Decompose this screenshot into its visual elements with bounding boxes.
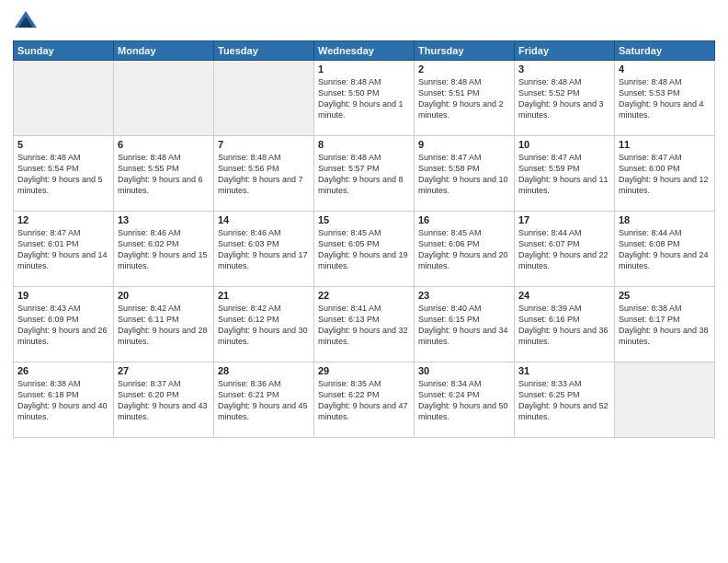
day-info: Sunrise: 8:48 AM Sunset: 5:56 PM Dayligh… [218,152,310,197]
table-row: 10Sunrise: 8:47 AM Sunset: 5:59 PM Dayli… [515,136,615,212]
day-number: 7 [218,139,310,150]
header-row: Sunday Monday Tuesday Wednesday Thursday… [14,41,715,61]
week-row-3: 12Sunrise: 8:47 AM Sunset: 6:01 PM Dayli… [14,212,715,287]
day-info: Sunrise: 8:47 AM Sunset: 6:01 PM Dayligh… [17,227,109,272]
day-info: Sunrise: 8:42 AM Sunset: 6:12 PM Dayligh… [218,303,310,348]
col-wednesday: Wednesday [314,41,415,61]
table-row [615,362,715,438]
table-row: 9Sunrise: 8:47 AM Sunset: 5:58 PM Daylig… [415,136,515,212]
day-info: Sunrise: 8:47 AM Sunset: 5:58 PM Dayligh… [418,152,510,197]
table-row: 2Sunrise: 8:48 AM Sunset: 5:51 PM Daylig… [415,61,515,136]
day-info: Sunrise: 8:41 AM Sunset: 6:13 PM Dayligh… [318,303,410,348]
day-info: Sunrise: 8:33 AM Sunset: 6:25 PM Dayligh… [518,378,610,423]
table-row: 20Sunrise: 8:42 AM Sunset: 6:11 PM Dayli… [114,287,214,362]
table-row: 14Sunrise: 8:46 AM Sunset: 6:03 PM Dayli… [214,212,314,287]
table-row [214,61,314,136]
table-row: 8Sunrise: 8:48 AM Sunset: 5:57 PM Daylig… [314,136,415,212]
day-number: 6 [118,139,210,150]
day-number: 15 [318,214,410,225]
table-row [114,61,214,136]
day-number: 17 [518,214,610,225]
day-info: Sunrise: 8:48 AM Sunset: 5:57 PM Dayligh… [318,152,410,197]
table-row: 11Sunrise: 8:47 AM Sunset: 6:00 PM Dayli… [615,136,715,212]
day-number: 20 [118,290,210,301]
table-row: 22Sunrise: 8:41 AM Sunset: 6:13 PM Dayli… [314,287,415,362]
day-info: Sunrise: 8:48 AM Sunset: 5:53 PM Dayligh… [619,76,711,121]
day-number: 13 [118,214,210,225]
day-info: Sunrise: 8:45 AM Sunset: 6:05 PM Dayligh… [318,227,410,272]
table-row: 4Sunrise: 8:48 AM Sunset: 5:53 PM Daylig… [615,61,715,136]
table-row: 23Sunrise: 8:40 AM Sunset: 6:15 PM Dayli… [415,287,515,362]
table-row: 30Sunrise: 8:34 AM Sunset: 6:24 PM Dayli… [415,362,515,438]
page: Sunday Monday Tuesday Wednesday Thursday… [0,0,728,563]
day-info: Sunrise: 8:38 AM Sunset: 6:17 PM Dayligh… [619,303,711,348]
table-row: 31Sunrise: 8:33 AM Sunset: 6:25 PM Dayli… [515,362,615,438]
day-number: 8 [318,139,410,150]
table-row: 12Sunrise: 8:47 AM Sunset: 6:01 PM Dayli… [14,212,114,287]
col-tuesday: Tuesday [214,41,314,61]
col-friday: Friday [515,41,615,61]
day-info: Sunrise: 8:43 AM Sunset: 6:09 PM Dayligh… [17,303,109,348]
day-number: 11 [619,139,711,150]
day-info: Sunrise: 8:48 AM Sunset: 5:51 PM Dayligh… [418,76,510,121]
table-row: 18Sunrise: 8:44 AM Sunset: 6:08 PM Dayli… [615,212,715,287]
day-number: 30 [418,365,510,376]
logo [13,9,42,35]
day-number: 1 [318,63,410,75]
table-row: 5Sunrise: 8:48 AM Sunset: 5:54 PM Daylig… [14,136,114,212]
header [13,9,715,35]
day-number: 18 [619,214,711,225]
table-row [14,61,114,136]
logo-icon [13,9,39,35]
day-number: 2 [418,63,510,75]
day-number: 9 [418,139,510,150]
table-row: 28Sunrise: 8:36 AM Sunset: 6:21 PM Dayli… [214,362,314,438]
day-number: 16 [418,214,510,225]
day-info: Sunrise: 8:40 AM Sunset: 6:15 PM Dayligh… [418,303,510,348]
table-row: 21Sunrise: 8:42 AM Sunset: 6:12 PM Dayli… [214,287,314,362]
day-number: 5 [17,139,109,150]
week-row-2: 5Sunrise: 8:48 AM Sunset: 5:54 PM Daylig… [14,136,715,212]
day-info: Sunrise: 8:39 AM Sunset: 6:16 PM Dayligh… [518,303,610,348]
week-row-4: 19Sunrise: 8:43 AM Sunset: 6:09 PM Dayli… [14,287,715,362]
table-row: 6Sunrise: 8:48 AM Sunset: 5:55 PM Daylig… [114,136,214,212]
table-row: 7Sunrise: 8:48 AM Sunset: 5:56 PM Daylig… [214,136,314,212]
table-row: 29Sunrise: 8:35 AM Sunset: 6:22 PM Dayli… [314,362,415,438]
week-row-5: 26Sunrise: 8:38 AM Sunset: 6:18 PM Dayli… [14,362,715,438]
week-row-1: 1Sunrise: 8:48 AM Sunset: 5:50 PM Daylig… [14,61,715,136]
day-info: Sunrise: 8:48 AM Sunset: 5:55 PM Dayligh… [118,152,210,197]
table-row: 27Sunrise: 8:37 AM Sunset: 6:20 PM Dayli… [114,362,214,438]
day-number: 29 [318,365,410,376]
table-row: 24Sunrise: 8:39 AM Sunset: 6:16 PM Dayli… [515,287,615,362]
day-info: Sunrise: 8:48 AM Sunset: 5:50 PM Dayligh… [318,76,410,121]
day-number: 4 [619,63,711,75]
table-row: 19Sunrise: 8:43 AM Sunset: 6:09 PM Dayli… [14,287,114,362]
day-info: Sunrise: 8:46 AM Sunset: 6:03 PM Dayligh… [218,227,310,272]
day-number: 10 [518,139,610,150]
day-info: Sunrise: 8:47 AM Sunset: 5:59 PM Dayligh… [518,152,610,197]
day-number: 22 [318,290,410,301]
day-info: Sunrise: 8:36 AM Sunset: 6:21 PM Dayligh… [218,378,310,423]
day-info: Sunrise: 8:47 AM Sunset: 6:00 PM Dayligh… [619,152,711,197]
table-row: 3Sunrise: 8:48 AM Sunset: 5:52 PM Daylig… [515,61,615,136]
table-row: 16Sunrise: 8:45 AM Sunset: 6:06 PM Dayli… [415,212,515,287]
day-number: 28 [218,365,310,376]
day-number: 21 [218,290,310,301]
col-thursday: Thursday [415,41,515,61]
day-info: Sunrise: 8:45 AM Sunset: 6:06 PM Dayligh… [418,227,510,272]
day-info: Sunrise: 8:37 AM Sunset: 6:20 PM Dayligh… [118,378,210,423]
table-row: 13Sunrise: 8:46 AM Sunset: 6:02 PM Dayli… [114,212,214,287]
day-number: 19 [17,290,109,301]
table-row: 17Sunrise: 8:44 AM Sunset: 6:07 PM Dayli… [515,212,615,287]
day-info: Sunrise: 8:34 AM Sunset: 6:24 PM Dayligh… [418,378,510,423]
table-row: 26Sunrise: 8:38 AM Sunset: 6:18 PM Dayli… [14,362,114,438]
day-number: 26 [17,365,109,376]
calendar-table: Sunday Monday Tuesday Wednesday Thursday… [13,40,715,438]
day-info: Sunrise: 8:48 AM Sunset: 5:52 PM Dayligh… [518,76,610,121]
day-number: 24 [518,290,610,301]
day-number: 31 [518,365,610,376]
day-info: Sunrise: 8:38 AM Sunset: 6:18 PM Dayligh… [17,378,109,423]
day-info: Sunrise: 8:35 AM Sunset: 6:22 PM Dayligh… [318,378,410,423]
day-info: Sunrise: 8:44 AM Sunset: 6:08 PM Dayligh… [619,227,711,272]
table-row: 15Sunrise: 8:45 AM Sunset: 6:05 PM Dayli… [314,212,415,287]
